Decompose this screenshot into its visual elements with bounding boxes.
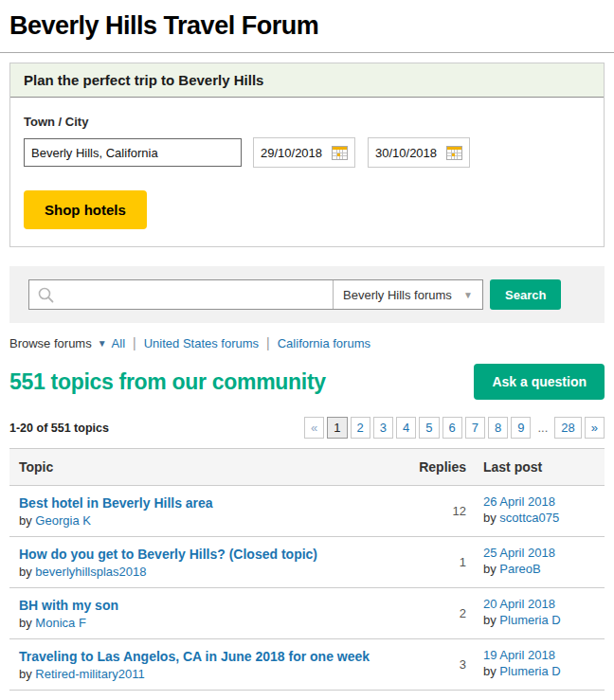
divider (0, 52, 614, 53)
last-post-author-link[interactable]: PareoB (499, 562, 540, 576)
by-label: by (19, 513, 32, 528)
last-post-byline: by PareoB (483, 562, 595, 576)
last-post-author-link[interactable]: Plumeria D (499, 613, 560, 627)
topics-table-header: Topic Replies Last post (9, 449, 605, 486)
ask-a-question-button[interactable]: Ask a question (474, 364, 605, 400)
chevron-down-icon[interactable]: ▼ (98, 338, 107, 349)
topics-body: Best hotel in Beverly Hills area by Geor… (9, 486, 605, 700)
pagination-page[interactable]: 3 (373, 417, 393, 439)
by-label: by (19, 667, 32, 681)
shop-hotels-button[interactable]: Shop hotels (24, 190, 147, 229)
topic-link[interactable]: How do you get to Beverly Hills? (Closed… (19, 547, 317, 562)
topic-link[interactable]: Best hotel in Beverly Hills area (19, 495, 213, 511)
town-city-input[interactable] (24, 138, 242, 167)
topic-byline: by Retired-military2011 (19, 667, 402, 681)
calendar-icon[interactable] (446, 146, 462, 160)
pagination-page-current: 1 (327, 417, 347, 439)
pagination-next[interactable]: » (585, 417, 605, 439)
pagination-prev[interactable]: « (304, 417, 324, 439)
replies-count: 1 (411, 555, 466, 569)
column-header-last-post: Last post (483, 459, 595, 475)
topic-cell: BH with my son by Monica F (19, 597, 411, 630)
topic-cell: Best hotel in Beverly Hills area by Geor… (19, 494, 411, 528)
replies-count: 3 (411, 657, 466, 672)
by-label: by (483, 613, 497, 627)
table-row: Best hotel in Beverly Hills area by Geor… (9, 486, 605, 537)
browse-link-all[interactable]: All (112, 336, 125, 350)
separator: | (133, 335, 136, 350)
topics-toolbar: 1-20 of 551 topics « 1 2 3 4 5 6 7 8 9 .… (9, 417, 605, 439)
forum-search-bar: Beverly Hills forums ▼ Search (9, 266, 605, 323)
checkout-date-input[interactable] (375, 146, 438, 160)
town-city-label: Town / City (24, 115, 590, 129)
pagination-page[interactable]: 9 (511, 417, 531, 439)
topic-author-link[interactable]: beverlyhillsplas2018 (35, 565, 146, 579)
topic-byline: by beverlyhillsplas2018 (19, 565, 402, 579)
table-row: BH with my son by Monica F 2 20 April 20… (9, 588, 605, 639)
trip-planner-box: Plan the perfect trip to Beverly Hills T… (9, 63, 605, 247)
checkout-date-field[interactable] (368, 137, 470, 168)
topic-byline: by Monica F (19, 616, 402, 630)
topic-author-link[interactable]: Retired-military2011 (35, 667, 144, 681)
search-icon (37, 286, 55, 304)
by-label: by (483, 562, 497, 576)
trip-planner-body: Town / City (10, 98, 604, 246)
topic-author-link[interactable]: Monica F (35, 616, 85, 630)
table-row: How do you get to Beverly Hills? (Closed… (9, 537, 605, 588)
last-post-date-link[interactable]: 26 April 2018 (483, 494, 555, 509)
search-input-wrap (29, 280, 333, 309)
browse-link-united-states[interactable]: United States forums (144, 336, 259, 350)
browse-forums-row: Browse forums ▼ All | United States foru… (9, 335, 605, 350)
search-button[interactable]: Search (490, 279, 561, 310)
last-post-byline: by Plumeria D (483, 613, 595, 627)
last-post-cell: 25 April 2018 by PareoB (483, 546, 595, 579)
pagination-page[interactable]: 2 (351, 417, 370, 439)
chevron-down-icon: ▼ (463, 290, 473, 300)
table-row: Costs in Beverly Hills, food and drink? … (9, 691, 605, 700)
column-header-replies: Replies (411, 459, 466, 475)
last-post-author-link[interactable]: Plumeria D (499, 664, 560, 678)
pagination-page[interactable]: 8 (488, 417, 508, 439)
topics-heading: 551 topics from our community (9, 369, 326, 395)
forum-page: Beverly Hills Travel Forum Plan the perf… (0, 0, 614, 700)
topic-byline: by Georgia K (19, 513, 402, 528)
pagination-page[interactable]: 7 (465, 417, 485, 439)
pagination-page-last[interactable]: 28 (554, 417, 581, 439)
checkin-date-input[interactable] (261, 146, 323, 160)
checkin-date-field[interactable] (253, 137, 355, 168)
search-scope-dropdown[interactable]: Beverly Hills forums ▼ (333, 280, 482, 309)
last-post-date-link[interactable]: 25 April 2018 (483, 546, 555, 560)
replies-count: 12 (411, 504, 466, 518)
topic-link[interactable]: Traveling to Las Angelos, CA in June 201… (19, 649, 370, 664)
table-row: Traveling to Las Angelos, CA in June 201… (9, 639, 605, 691)
by-label: by (483, 664, 497, 678)
trip-planner-inputs (24, 137, 590, 168)
separator: | (266, 335, 270, 350)
by-label: by (483, 511, 497, 525)
search-combo: Beverly Hills forums ▼ (28, 279, 483, 310)
last-post-cell: 20 April 2018 by Plumeria D (483, 597, 595, 630)
browse-link-california[interactable]: California forums (278, 336, 370, 350)
last-post-byline: by scottca075 (483, 511, 595, 525)
browse-forums-label: Browse forums (9, 336, 92, 350)
topic-link[interactable]: BH with my son (19, 598, 118, 613)
last-post-author-link[interactable]: scottca075 (499, 511, 559, 525)
search-input[interactable] (29, 280, 333, 309)
by-label: by (19, 616, 32, 630)
pagination-page[interactable]: 5 (419, 417, 439, 439)
topic-author-link[interactable]: Georgia K (35, 513, 91, 528)
last-post-date-link[interactable]: 20 April 2018 (483, 597, 555, 611)
community-header-row: 551 topics from our community Ask a ques… (9, 364, 605, 400)
topics-count: 1-20 of 551 topics (9, 422, 109, 435)
replies-count: 2 (411, 606, 466, 620)
pagination-page[interactable]: 4 (396, 417, 416, 439)
last-post-byline: by Plumeria D (483, 664, 595, 678)
topic-cell: Traveling to Las Angelos, CA in June 201… (19, 648, 411, 681)
pagination-page[interactable]: 6 (442, 417, 462, 439)
calendar-icon[interactable] (332, 146, 348, 160)
column-header-topic: Topic (19, 459, 411, 475)
page-title: Beverly Hills Travel Forum (9, 11, 605, 41)
last-post-date-link[interactable]: 19 April 2018 (483, 648, 555, 662)
pagination: « 1 2 3 4 5 6 7 8 9 ... 28 » (301, 417, 605, 439)
by-label: by (19, 565, 32, 579)
